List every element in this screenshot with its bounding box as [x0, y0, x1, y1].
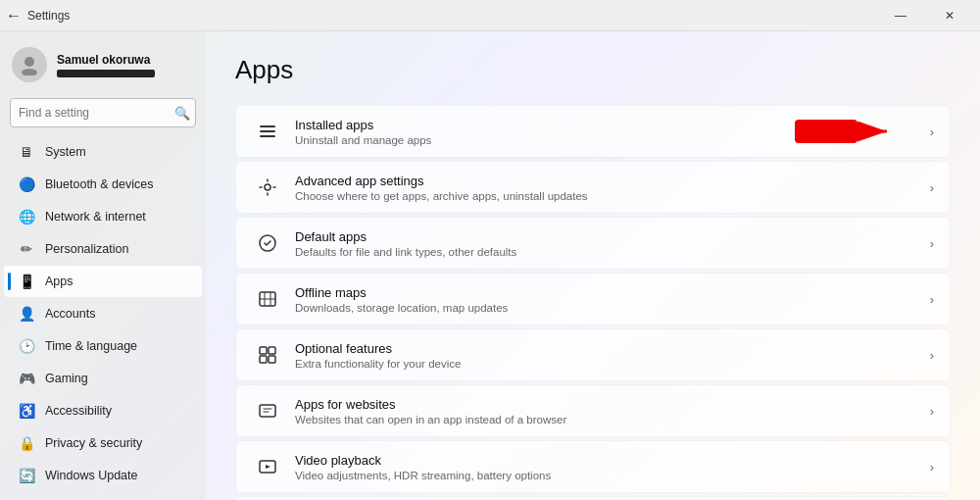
apps-for-websites-subtitle: Websites that can open in an app instead…	[295, 414, 930, 425]
optional-features-title: Optional features	[295, 341, 930, 356]
settings-item-default-apps[interactable]: Default apps Defaults for file and link …	[235, 217, 951, 270]
sidebar-item-network[interactable]: 🌐 Network & internet	[4, 201, 202, 232]
apps-for-websites-text: Apps for websites Websites that can open…	[295, 397, 930, 425]
minimize-button[interactable]: —	[878, 0, 923, 31]
sidebar-label-accounts: Accounts	[45, 307, 95, 321]
user-name: Samuel okoruwa	[57, 53, 155, 67]
sidebar-item-accounts[interactable]: 👤 Accounts	[4, 298, 202, 329]
privacy-icon: 🔒	[18, 434, 35, 452]
video-playback-subtitle: Video adjustments, HDR streaming, batter…	[295, 470, 930, 481]
close-button[interactable]: ✕	[927, 0, 972, 31]
apps-icon: 📱	[18, 273, 35, 290]
sidebar-item-apps[interactable]: 📱 Apps	[4, 266, 202, 297]
title-bar-left: ← Settings	[8, 9, 70, 23]
title-bar: ← Settings — ✕	[0, 0, 980, 31]
installed-apps-chevron: ›	[930, 125, 934, 139]
sidebar-label-bluetooth: Bluetooth & devices	[45, 177, 154, 191]
settings-item-startup[interactable]: Startup Apps that start automatically wh…	[235, 496, 951, 500]
bluetooth-icon: 🔵	[18, 175, 35, 193]
apps-for-websites-chevron: ›	[930, 404, 934, 419]
main-container: Samuel okoruwa 🔍 🖥 System 🔵 Bluetooth & …	[0, 31, 980, 500]
installed-apps-text: Installed apps Uninstall and manage apps	[295, 118, 930, 146]
update-icon: 🔄	[18, 467, 35, 484]
search-input[interactable]	[10, 98, 196, 127]
gaming-icon: 🎮	[18, 370, 35, 387]
sidebar: Samuel okoruwa 🔍 🖥 System 🔵 Bluetooth & …	[0, 31, 206, 500]
sidebar-item-bluetooth[interactable]: 🔵 Bluetooth & devices	[4, 169, 202, 200]
offline-maps-text: Offline maps Downloads, storage location…	[295, 285, 930, 314]
settings-item-advanced-app-settings[interactable]: Advanced app settings Choose where to ge…	[235, 161, 951, 214]
installed-apps-title: Installed apps	[295, 118, 930, 132]
installed-apps-subtitle: Uninstall and manage apps	[295, 134, 930, 146]
advanced-app-settings-title: Advanced app settings	[295, 174, 930, 188]
installed-apps-icon	[252, 116, 283, 147]
svg-point-8	[265, 184, 270, 190]
default-apps-text: Default apps Defaults for file and link …	[295, 229, 930, 258]
svg-rect-2	[260, 125, 275, 127]
svg-rect-4	[260, 135, 275, 137]
video-playback-title: Video playback	[295, 453, 930, 468]
svg-rect-3	[260, 130, 275, 132]
optional-features-chevron: ›	[930, 348, 934, 363]
sidebar-label-time: Time & language	[45, 339, 137, 353]
sidebar-item-personalization[interactable]: ✏ Personalization	[4, 233, 202, 265]
sidebar-item-system[interactable]: 🖥 System	[4, 136, 202, 168]
title-bar-title: Settings	[27, 9, 70, 23]
optional-features-text: Optional features Extra functionality fo…	[295, 341, 930, 370]
settings-item-installed-apps[interactable]: Installed apps Uninstall and manage apps…	[235, 105, 951, 158]
window-controls: — ✕	[878, 0, 972, 31]
sidebar-label-gaming: Gaming	[45, 372, 88, 385]
default-apps-icon	[252, 227, 283, 259]
sidebar-label-update: Windows Update	[45, 469, 138, 482]
sidebar-label-network: Network & internet	[45, 210, 146, 224]
back-button[interactable]: ←	[8, 10, 20, 22]
video-playback-icon	[252, 451, 283, 482]
svg-rect-13	[260, 356, 267, 363]
sidebar-item-time[interactable]: 🕑 Time & language	[4, 330, 202, 362]
default-apps-chevron: ›	[930, 236, 934, 251]
content-area: Apps Installed apps Uninstall and manage…	[206, 31, 980, 500]
search-icon: 🔍	[174, 106, 190, 121]
settings-item-apps-for-websites[interactable]: Apps for websites Websites that can open…	[235, 384, 951, 437]
accounts-icon: 👤	[18, 305, 35, 323]
apps-for-websites-icon	[252, 395, 283, 426]
svg-rect-11	[260, 347, 267, 354]
sidebar-label-apps: Apps	[45, 275, 74, 288]
time-icon: 🕑	[18, 337, 35, 355]
svg-point-0	[24, 57, 34, 67]
apps-for-websites-title: Apps for websites	[295, 397, 930, 412]
default-apps-subtitle: Defaults for file and link types, other …	[295, 246, 930, 258]
advanced-app-settings-text: Advanced app settings Choose where to ge…	[295, 174, 930, 202]
sidebar-label-system: System	[45, 145, 86, 159]
optional-features-icon	[252, 339, 283, 371]
settings-item-optional-features[interactable]: Optional features Extra functionality fo…	[235, 328, 951, 381]
sidebar-item-accessibility[interactable]: ♿ Accessibility	[4, 395, 202, 426]
page-title: Apps	[235, 55, 951, 85]
advanced-app-settings-chevron: ›	[930, 180, 934, 195]
sidebar-nav: 🖥 System 🔵 Bluetooth & devices 🌐 Network…	[0, 135, 206, 492]
offline-maps-subtitle: Downloads, storage location, map updates	[295, 302, 930, 314]
settings-item-offline-maps[interactable]: Offline maps Downloads, storage location…	[235, 273, 951, 325]
video-playback-text: Video playback Video adjustments, HDR st…	[295, 453, 930, 481]
offline-maps-icon	[252, 283, 283, 315]
sidebar-item-update[interactable]: 🔄 Windows Update	[4, 460, 202, 491]
sidebar-label-accessibility: Accessibility	[45, 404, 112, 418]
svg-rect-15	[260, 405, 275, 417]
svg-point-1	[22, 69, 37, 75]
personalization-icon: ✏	[18, 240, 35, 258]
advanced-app-settings-subtitle: Choose where to get apps, archive apps, …	[295, 190, 930, 202]
settings-list: Installed apps Uninstall and manage apps…	[235, 105, 951, 500]
avatar	[12, 47, 47, 82]
system-icon: 🖥	[18, 143, 35, 161]
network-icon: 🌐	[18, 208, 35, 225]
default-apps-title: Default apps	[295, 229, 930, 244]
settings-item-video-playback[interactable]: Video playback Video adjustments, HDR st…	[235, 440, 951, 493]
sidebar-label-personalization: Personalization	[45, 242, 128, 256]
sidebar-item-gaming[interactable]: 🎮 Gaming	[4, 363, 202, 394]
user-info: Samuel okoruwa	[57, 53, 155, 77]
video-playback-chevron: ›	[930, 460, 934, 475]
optional-features-subtitle: Extra functionality for your device	[295, 358, 930, 370]
offline-maps-chevron: ›	[930, 292, 934, 307]
sidebar-item-privacy[interactable]: 🔒 Privacy & security	[4, 427, 202, 459]
svg-rect-14	[269, 356, 275, 363]
